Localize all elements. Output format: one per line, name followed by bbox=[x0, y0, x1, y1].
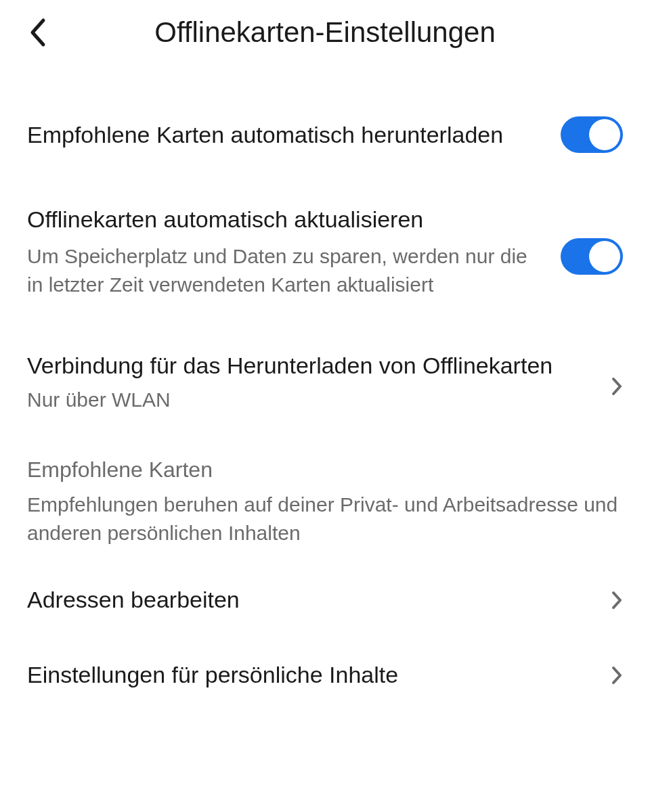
chevron-right-icon bbox=[611, 665, 623, 685]
chevron-right-icon bbox=[611, 590, 623, 610]
setting-text: Empfohlene Karten automatisch herunterla… bbox=[27, 120, 561, 150]
page-title: Offlinekarten-Einstellungen bbox=[65, 16, 585, 49]
setting-label: Offlinekarten automatisch aktualisieren bbox=[27, 204, 539, 234]
setting-auto-download: Empfohlene Karten automatisch herunterla… bbox=[27, 97, 623, 172]
header: Offlinekarten-Einstellungen bbox=[0, 0, 650, 70]
nav-personal-content[interactable]: Einstellungen für persönliche Inhalte bbox=[27, 637, 623, 713]
nav-label: Adressen bearbeiten bbox=[27, 587, 240, 613]
toggle-knob bbox=[589, 241, 620, 272]
setting-label: Verbindung für das Herunterladen von Off… bbox=[27, 351, 589, 380]
toggle-auto-download[interactable] bbox=[561, 116, 623, 153]
nav-edit-addresses[interactable]: Adressen bearbeiten bbox=[27, 553, 623, 637]
setting-text: Verbindung für das Herunterladen von Off… bbox=[27, 351, 611, 411]
content: Empfohlene Karten automatisch herunterla… bbox=[0, 70, 650, 713]
setting-download-connection[interactable]: Verbindung für das Herunterladen von Off… bbox=[27, 318, 623, 430]
toggle-knob bbox=[589, 119, 620, 150]
setting-value: Nur über WLAN bbox=[27, 388, 589, 411]
nav-label: Einstellungen für persönliche Inhalte bbox=[27, 662, 398, 688]
chevron-right-icon bbox=[611, 376, 623, 397]
toggle-auto-update[interactable] bbox=[561, 238, 623, 275]
setting-label: Empfohlene Karten automatisch herunterla… bbox=[27, 120, 539, 150]
chevron-left-icon bbox=[28, 18, 47, 47]
setting-description: Um Speicherplatz und Daten zu sparen, we… bbox=[27, 242, 539, 299]
back-button[interactable] bbox=[22, 16, 54, 49]
section-recommended: Empfohlene Karten Empfehlungen beruhen a… bbox=[27, 430, 623, 553]
section-description: Empfehlungen beruhen auf deiner Privat- … bbox=[27, 491, 623, 547]
setting-text: Offlinekarten automatisch aktualisieren … bbox=[27, 204, 561, 299]
setting-auto-update: Offlinekarten automatisch aktualisieren … bbox=[27, 172, 623, 318]
section-title: Empfohlene Karten bbox=[27, 457, 623, 482]
